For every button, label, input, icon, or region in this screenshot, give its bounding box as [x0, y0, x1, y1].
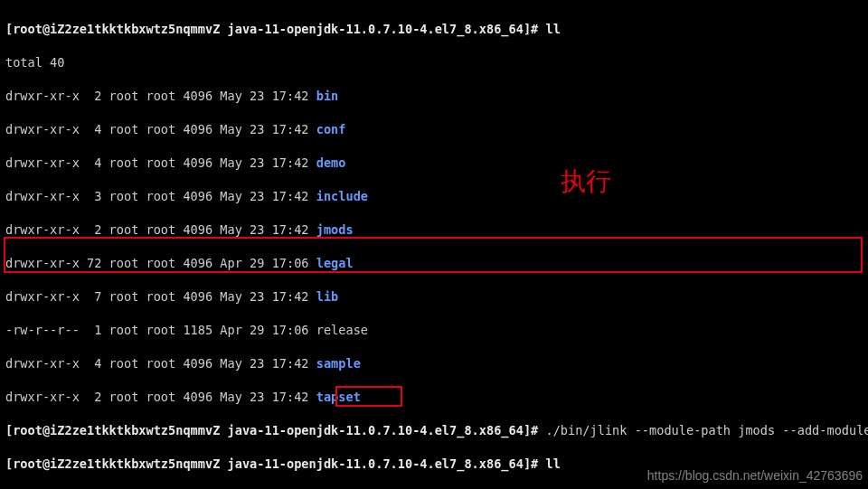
ls-row: drwxr-xr-x 4 root root 4096 May 23 17:42	[5, 122, 316, 136]
prompt-line-2: [root@iZ2ze1tkktkbxwtz5nqmmvZ java-11-op…	[5, 423, 545, 437]
dir-legal: legal	[316, 256, 354, 270]
dir-bin: bin	[316, 89, 339, 103]
terminal[interactable]: [root@iZ2ze1tkktkbxwtz5nqmmvZ java-11-op…	[0, 0, 868, 489]
prompt-line-1: [root@iZ2ze1tkktkbxwtz5nqmmvZ java-11-op…	[5, 22, 561, 36]
file-release: release	[316, 323, 368, 337]
watermark-text: https://blog.csdn.net/weixin_42763696	[647, 467, 863, 484]
ls-row: drwxr-xr-x 4 root root 4096 May 23 17:42	[5, 356, 316, 371]
ls-row: drwxr-xr-x 4 root root 4096 May 23 17:42	[5, 155, 316, 170]
dir-sample: sample	[316, 356, 361, 371]
ls-row: drwxr-xr-x 2 root root 4096 May 23 17:42	[5, 89, 316, 103]
jlink-command: ./bin/jlink --module-path jmods --add-mo…	[545, 423, 868, 437]
dir-lib: lib	[316, 289, 339, 304]
ls-row: drwxr-xr-x 2 root root 4096 May 23 17:42	[5, 222, 316, 237]
ls-row: drwxr-xr-x 3 root root 4096 May 23 17:42	[5, 189, 316, 203]
ls-row: drwxr-xr-x 72 root root 4096 Apr 29 17:0…	[5, 256, 316, 270]
ls-row: -rw-r--r-- 1 root root 1185 Apr 29 17:06	[5, 323, 316, 337]
dir-include: include	[316, 189, 368, 203]
prompt-line-3: [root@iZ2ze1tkktkbxwtz5nqmmvZ java-11-op…	[5, 456, 561, 471]
total-before: total 40	[5, 55, 64, 70]
ls-row: drwxr-xr-x 7 root root 4096 May 23 17:42	[5, 289, 316, 304]
ls-row: drwxr-xr-x 2 root root 4096 May 23 17:42	[5, 390, 316, 404]
annotation-label: 执行	[561, 174, 611, 191]
dir-jmods: jmods	[316, 222, 354, 237]
dir-conf: conf	[316, 122, 346, 136]
dir-demo: demo	[316, 155, 346, 170]
dir-tapset: tapset	[316, 390, 361, 404]
